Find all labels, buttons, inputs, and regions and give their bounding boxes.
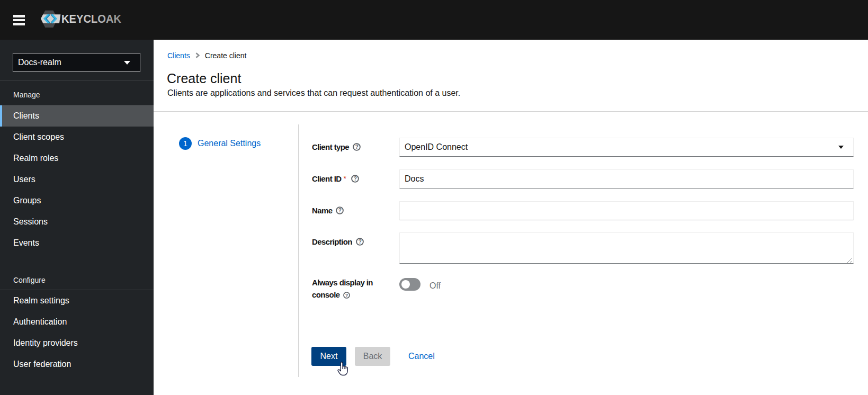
svg-text:?: ? [359,239,362,245]
svg-text:?: ? [355,144,359,150]
svg-text:KEYCLOAK: KEYCLOAK [61,12,121,25]
svg-text:?: ? [354,176,357,182]
svg-text:?: ? [338,208,342,213]
svg-text:?: ? [346,293,348,298]
